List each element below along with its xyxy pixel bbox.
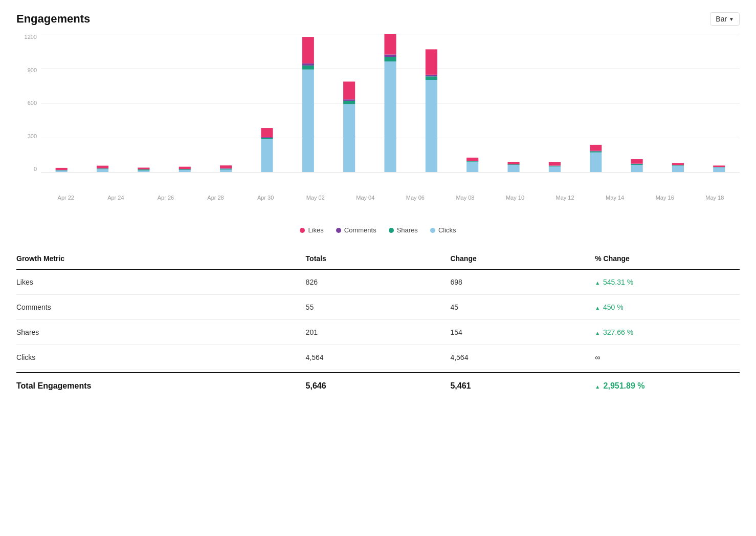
header-pct-change: % Change bbox=[595, 254, 740, 263]
likes-color-dot bbox=[300, 228, 305, 233]
svg-rect-63 bbox=[672, 163, 684, 165]
legend-shares-label: Shares bbox=[397, 226, 418, 234]
x-label-may18: May 18 bbox=[690, 195, 740, 201]
svg-rect-33 bbox=[384, 57, 396, 61]
pct-comments: ▲ 450 % bbox=[595, 303, 740, 311]
svg-rect-51 bbox=[549, 162, 561, 165]
y-label-0: 0 bbox=[16, 166, 37, 172]
svg-rect-12 bbox=[179, 170, 191, 172]
svg-rect-39 bbox=[426, 49, 437, 75]
svg-rect-9 bbox=[138, 169, 149, 170]
svg-rect-38 bbox=[426, 75, 437, 76]
svg-rect-22 bbox=[261, 137, 273, 138]
svg-rect-60 bbox=[672, 166, 684, 172]
total-label: Total Engagements bbox=[16, 381, 306, 391]
x-label-may16: May 16 bbox=[640, 195, 690, 201]
legend-shares: Shares bbox=[389, 226, 418, 234]
svg-rect-17 bbox=[220, 168, 232, 169]
legend-comments-label: Comments bbox=[344, 226, 376, 234]
svg-rect-35 bbox=[384, 34, 396, 55]
table-row: Clicks 4,564 4,564 ∞ bbox=[16, 345, 740, 370]
header-change: Change bbox=[450, 254, 595, 263]
svg-rect-45 bbox=[508, 164, 520, 165]
total-totals: 5,646 bbox=[306, 381, 451, 391]
svg-rect-6 bbox=[97, 168, 108, 169]
x-label-apr22: Apr 22 bbox=[41, 195, 91, 201]
x-label-apr26: Apr 26 bbox=[141, 195, 191, 201]
svg-rect-8 bbox=[138, 170, 149, 172]
total-change: 5,461 bbox=[450, 381, 595, 391]
svg-rect-30 bbox=[343, 99, 355, 101]
chart-container: 1200 900 600 300 0 Apr 22 Apr bbox=[16, 34, 740, 208]
svg-rect-41 bbox=[466, 161, 478, 162]
svg-rect-61 bbox=[672, 165, 684, 166]
y-label-900: 900 bbox=[16, 67, 37, 73]
svg-rect-27 bbox=[302, 37, 314, 63]
x-label-may02: May 02 bbox=[291, 195, 341, 201]
legend-clicks-label: Clicks bbox=[438, 226, 456, 234]
svg-rect-7 bbox=[97, 166, 108, 168]
change-shares: 154 bbox=[450, 328, 595, 336]
pct-clicks: ∞ bbox=[595, 353, 740, 361]
svg-rect-11 bbox=[138, 167, 149, 169]
svg-rect-15 bbox=[179, 167, 191, 169]
totals-likes: 826 bbox=[306, 278, 451, 286]
change-comments: 45 bbox=[450, 303, 595, 311]
svg-rect-29 bbox=[343, 101, 355, 104]
chart-type-label: Bar bbox=[716, 15, 727, 23]
change-likes: 698 bbox=[450, 278, 595, 286]
legend-likes: Likes bbox=[300, 226, 323, 234]
svg-rect-21 bbox=[261, 138, 273, 139]
table-header: Growth Metric Totals Change % Change bbox=[16, 250, 740, 270]
chart-legend: Likes Comments Shares Clicks bbox=[16, 226, 740, 234]
table-row: Comments 55 45 ▲ 450 % bbox=[16, 295, 740, 320]
y-label-1200: 1200 bbox=[16, 34, 37, 40]
total-pct: ▲ 2,951.89 % bbox=[595, 381, 740, 391]
svg-rect-55 bbox=[590, 145, 602, 151]
svg-rect-58 bbox=[631, 164, 643, 164]
legend-comments: Comments bbox=[336, 226, 376, 234]
svg-rect-18 bbox=[220, 168, 232, 169]
svg-rect-4 bbox=[97, 169, 108, 172]
svg-rect-34 bbox=[384, 55, 396, 57]
svg-rect-0 bbox=[56, 170, 68, 172]
svg-rect-47 bbox=[508, 162, 520, 164]
metric-likes: Likes bbox=[16, 278, 306, 286]
svg-rect-57 bbox=[631, 164, 643, 165]
svg-rect-20 bbox=[261, 139, 273, 172]
svg-rect-59 bbox=[631, 159, 643, 164]
svg-rect-19 bbox=[220, 165, 232, 168]
metric-clicks: Clicks bbox=[16, 353, 306, 361]
pct-likes: ▲ 545.31 % bbox=[595, 278, 740, 286]
svg-rect-1 bbox=[56, 170, 68, 170]
totals-comments: 55 bbox=[306, 303, 451, 311]
pct-shares: ▲ 327.66 % bbox=[595, 328, 740, 336]
clicks-color-dot bbox=[430, 228, 435, 233]
x-label-apr30: Apr 30 bbox=[240, 195, 291, 201]
svg-rect-54 bbox=[590, 151, 602, 152]
svg-rect-28 bbox=[343, 104, 355, 172]
svg-rect-25 bbox=[302, 66, 314, 70]
svg-rect-5 bbox=[97, 168, 108, 169]
svg-rect-23 bbox=[261, 128, 273, 137]
x-label-may08: May 08 bbox=[440, 195, 491, 201]
change-clicks: 4,564 bbox=[450, 353, 595, 361]
header-totals: Totals bbox=[306, 254, 451, 263]
svg-rect-37 bbox=[426, 76, 437, 80]
metrics-table: Growth Metric Totals Change % Change Lik… bbox=[16, 250, 740, 399]
svg-rect-3 bbox=[56, 168, 68, 170]
chart-type-dropdown[interactable]: Bar ▼ bbox=[710, 12, 740, 26]
svg-rect-44 bbox=[508, 165, 520, 172]
svg-rect-32 bbox=[384, 61, 396, 172]
page-title: Engagements bbox=[16, 12, 90, 26]
svg-rect-26 bbox=[302, 63, 314, 66]
svg-rect-52 bbox=[590, 153, 602, 172]
svg-rect-13 bbox=[179, 169, 191, 170]
svg-rect-24 bbox=[302, 70, 314, 172]
metric-comments: Comments bbox=[16, 303, 306, 311]
shares-color-dot bbox=[389, 228, 394, 233]
x-label-may14: May 14 bbox=[590, 195, 640, 201]
table-row: Shares 201 154 ▲ 327.66 % bbox=[16, 320, 740, 345]
total-row: Total Engagements 5,646 5,461 ▲ 2,951.89… bbox=[16, 372, 740, 399]
totals-shares: 201 bbox=[306, 328, 451, 336]
